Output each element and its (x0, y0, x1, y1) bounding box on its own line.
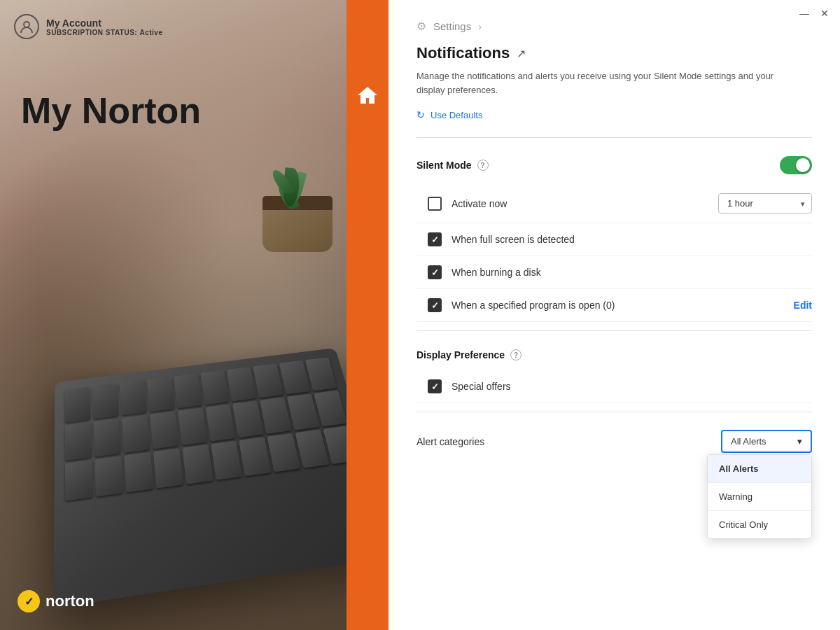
norton-logo: ✓ norton (18, 590, 94, 612)
key (305, 357, 337, 391)
account-name: My Account (46, 18, 162, 29)
activate-now-checkbox[interactable] (428, 197, 442, 211)
alert-categories-dropdown[interactable]: All Alerts ▾ (721, 430, 812, 453)
program-open-checkbox[interactable] (428, 298, 442, 312)
silent-mode-label-group: Silent Mode ? (416, 160, 489, 171)
plant-leaves (273, 147, 322, 210)
special-offers-checkbox[interactable] (428, 379, 442, 393)
breadcrumb-chevron-icon: › (478, 21, 482, 32)
alert-categories-label: Alert categories (416, 436, 484, 447)
key (260, 397, 292, 433)
silent-mode-label: Silent Mode (416, 160, 472, 171)
activate-now-label: Activate now (451, 198, 708, 209)
alert-dropdown-menu: All Alerts Warning Critical Only (707, 454, 812, 539)
alert-categories-row: Alert categories All Alerts ▾ All Alerts… (416, 421, 812, 462)
orange-sidebar (346, 0, 388, 630)
left-panel: My Account SUBSCRIPTION STATUS: Active M… (0, 0, 388, 630)
key (146, 377, 174, 412)
dropdown-chevron-icon: ▾ (797, 436, 802, 447)
special-offers-label: Special offers (451, 381, 812, 392)
key (267, 433, 301, 472)
account-icon (14, 14, 39, 39)
account-status: SUBSCRIPTION STATUS: Active (46, 29, 162, 36)
key (227, 367, 257, 401)
breadcrumb-settings[interactable]: Settings (433, 20, 471, 32)
display-preference-row: Display Preference ? (416, 340, 812, 370)
divider-middle (416, 330, 812, 331)
key (94, 456, 123, 497)
notifications-description: Manage the notifications and alerts you … (416, 69, 794, 97)
account-info: My Account SUBSCRIPTION STATUS: Active (46, 18, 162, 36)
duration-dropdown[interactable]: 1 hour 2 hours 4 hours Until I turn it o… (718, 193, 812, 214)
norton-check-icon: ✓ (18, 590, 40, 612)
key (239, 437, 272, 477)
use-defaults-button[interactable]: ↻ Use Defaults (416, 109, 482, 120)
refresh-icon: ↻ (416, 109, 425, 120)
account-bar: My Account SUBSCRIPTION STATUS: Active (14, 14, 162, 39)
alert-dropdown-container: All Alerts ▾ All Alerts Warning Critical… (721, 430, 812, 453)
key (65, 460, 93, 502)
window-controls: — ✕ (799, 8, 829, 18)
key (150, 411, 179, 449)
full-screen-label: When full screen is detected (451, 234, 812, 245)
divider-alert (416, 412, 812, 412)
norton-brand-text: norton (46, 592, 94, 610)
key (200, 370, 230, 405)
full-screen-checkbox[interactable] (428, 232, 442, 246)
breadcrumb: ⚙ Settings › (388, 0, 840, 44)
alert-option-warning[interactable]: Warning (708, 483, 811, 510)
minimize-button[interactable]: — (799, 8, 809, 18)
burning-disk-label: When burning a disk (451, 267, 812, 278)
edit-link[interactable]: Edit (794, 300, 812, 311)
key (174, 373, 202, 408)
burning-disk-row: When burning a disk (416, 256, 812, 289)
use-defaults-label: Use Defaults (430, 110, 482, 120)
key (120, 380, 147, 416)
settings-gear-icon: ⚙ (416, 20, 426, 33)
silent-mode-row: Silent Mode ? (416, 146, 812, 184)
notifications-title: Notifications (416, 44, 510, 62)
content-area: Notifications ↗ Manage the notifications… (388, 44, 840, 630)
my-norton-title: My Norton (21, 91, 201, 131)
key (93, 418, 120, 456)
alert-option-critical-only[interactable]: Critical Only (708, 511, 811, 538)
subscription-status: Active (139, 29, 162, 36)
toggle-track (780, 156, 812, 174)
key (205, 404, 236, 441)
toggle-thumb (796, 158, 810, 172)
key (314, 390, 347, 426)
burning-disk-checkbox[interactable] (428, 265, 442, 279)
plant-decoration (248, 154, 346, 252)
key (122, 414, 150, 452)
divider-top (416, 137, 812, 138)
key (211, 440, 243, 480)
full-screen-row: When full screen is detected (416, 223, 812, 256)
subscription-label: SUBSCRIPTION STATUS: (46, 29, 137, 36)
home-icon[interactable] (356, 84, 379, 112)
duration-select[interactable]: 1 hour 2 hours 4 hours Until I turn it o… (718, 193, 812, 214)
key (253, 363, 284, 398)
display-preference-label: Display Preference (416, 349, 505, 360)
key (92, 384, 119, 419)
display-preference-label-group: Display Preference ? (416, 349, 522, 360)
svg-point-0 (24, 22, 29, 27)
key (182, 444, 214, 484)
keyboard-keys (64, 357, 382, 593)
key (153, 448, 183, 489)
key (64, 386, 90, 422)
external-link-icon[interactable]: ↗ (517, 47, 526, 60)
display-pref-help-icon[interactable]: ? (510, 349, 522, 360)
silent-mode-toggle[interactable] (780, 156, 812, 174)
program-open-row: When a specified program is open (0) Edi… (416, 289, 812, 322)
special-offers-row: Special offers (416, 370, 812, 403)
close-button[interactable]: ✕ (820, 8, 829, 18)
alert-option-all-alerts[interactable]: All Alerts (708, 455, 811, 482)
key (65, 422, 92, 461)
program-open-label: When a specified program is open (0) (451, 300, 784, 311)
notifications-header: Notifications ↗ (416, 44, 812, 62)
activate-now-row: Activate now 1 hour 2 hours 4 hours Unti… (416, 184, 812, 223)
key (124, 451, 153, 493)
right-panel: — ✕ ⚙ Settings › Notifications ↗ Manage … (388, 0, 840, 630)
key (178, 407, 208, 445)
silent-mode-help-icon[interactable]: ? (477, 160, 489, 171)
